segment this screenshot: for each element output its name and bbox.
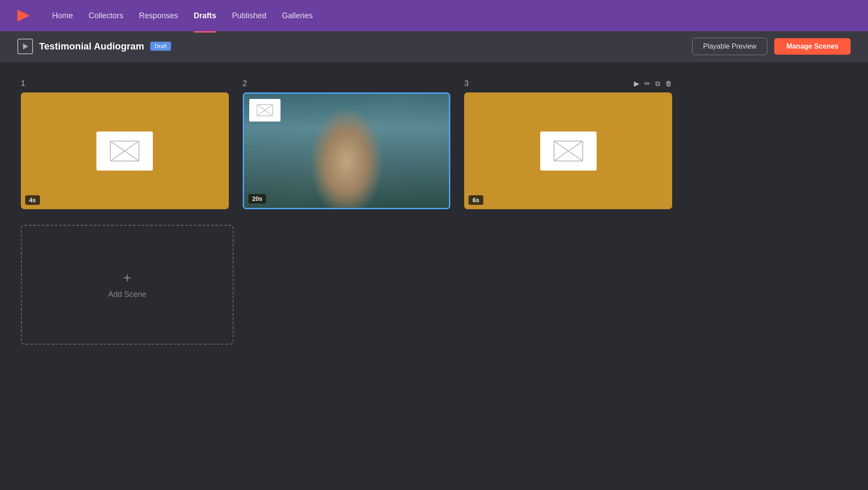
- scene-thumbnail-3[interactable]: 6s: [464, 92, 672, 209]
- scenes-row2: + Add Scene: [21, 225, 234, 345]
- nav-home[interactable]: Home: [52, 10, 73, 22]
- scene-duration-2: 20s: [248, 194, 266, 204]
- manage-scenes-button[interactable]: Manage Scenes: [774, 38, 851, 55]
- svg-marker-0: [17, 10, 30, 22]
- scenes-grid: 1 4s 2: [21, 79, 672, 209]
- scene-number-1: 1: [21, 79, 229, 88]
- scene-placeholder-icon-3: [540, 132, 597, 171]
- scene-item-3: 3 ▶ ✏ ⧉ 🗑 6s: [464, 79, 672, 209]
- project-title: Testimonial Audiogram: [39, 41, 144, 52]
- subheader: Testimonial Audiogram Draft Playable Pre…: [0, 31, 868, 62]
- scene-video-overlay-icon: [249, 99, 281, 122]
- add-scene-card[interactable]: + Add Scene: [21, 225, 234, 345]
- scene-edit-icon[interactable]: ✏: [644, 79, 650, 88]
- scene-video-preview: [244, 94, 449, 208]
- scene-number-2: 2: [243, 79, 451, 88]
- scene-thumbnail-1[interactable]: 4s: [21, 92, 229, 209]
- scene-thumbnail-2[interactable]: 20s: [243, 92, 451, 209]
- draft-badge: Draft: [150, 42, 171, 51]
- playable-preview-button[interactable]: Playable Preview: [692, 38, 767, 55]
- scene-item-2: 2 20s: [243, 79, 451, 209]
- scene-item-1: 1 4s: [21, 79, 229, 209]
- scene-copy-icon[interactable]: ⧉: [655, 80, 660, 88]
- scene-delete-icon[interactable]: 🗑: [665, 80, 672, 88]
- scene-play-icon[interactable]: ▶: [634, 79, 639, 88]
- scene-number-3: 3 ▶ ✏ ⧉ 🗑: [464, 79, 672, 88]
- scene-placeholder-icon-1: [96, 132, 153, 171]
- scene-3-actions: ▶ ✏ ⧉ 🗑: [634, 79, 672, 88]
- project-type-icon: [17, 39, 33, 54]
- logo-icon[interactable]: [14, 7, 31, 24]
- main-content: 1 4s 2: [0, 62, 868, 362]
- nav-published[interactable]: Published: [232, 10, 266, 22]
- navbar: Home Collectors Responses Drafts Publish…: [0, 0, 868, 31]
- svg-marker-1: [23, 43, 28, 49]
- scene-duration-1: 4s: [25, 195, 40, 205]
- add-scene-plus-icon: +: [123, 271, 132, 285]
- subheader-left: Testimonial Audiogram Draft: [17, 39, 692, 54]
- nav-drafts[interactable]: Drafts: [194, 10, 216, 22]
- nav-responses[interactable]: Responses: [139, 10, 178, 22]
- subheader-right: Playable Preview Manage Scenes: [692, 38, 851, 55]
- add-scene-label: Add Scene: [108, 290, 146, 299]
- nav-collectors[interactable]: Collectors: [89, 10, 123, 22]
- nav-galleries[interactable]: Galleries: [282, 10, 313, 22]
- scene-duration-3: 6s: [469, 195, 483, 205]
